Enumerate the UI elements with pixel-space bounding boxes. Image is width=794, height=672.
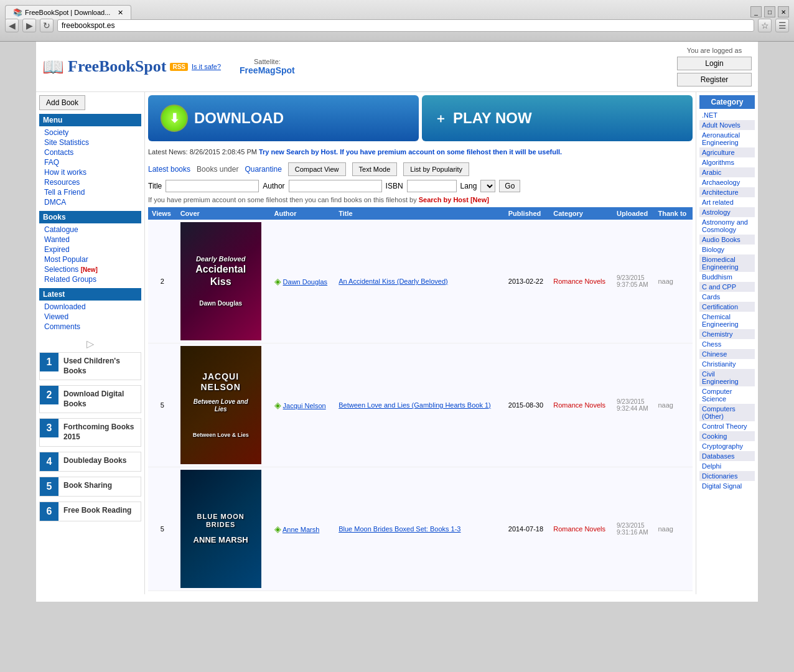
sidebar-item-selections[interactable]: Selections [New] [39,264,141,274]
satellite-link[interactable]: FreeMagSpot [240,65,295,75]
thank-to-link-1[interactable]: naag [658,278,673,285]
back-button[interactable]: ◀ [5,19,19,32]
cat-art-related[interactable]: Art related [699,197,755,207]
isbn-input[interactable] [407,180,457,192]
book-cover-2[interactable]: JACQUI NELSON Between Love and Lies Betw… [180,346,261,464]
forward-button[interactable]: ▶ [22,19,36,32]
register-button[interactable]: Register [677,73,752,86]
rss-badge[interactable]: RSS [170,63,188,71]
cat-computer-science[interactable]: Computer Science [699,386,755,404]
refresh-button[interactable]: ↻ [40,19,54,32]
text-mode-button[interactable]: Text Mode [352,162,398,176]
cat-agriculture[interactable]: Agriculture [699,147,755,157]
cat-algorithms[interactable]: Algorithms [699,157,755,167]
cat-computers-other[interactable]: Computers (Other) [699,404,755,421]
star-button[interactable]: ☆ [758,19,772,32]
author-link-1[interactable]: Dawn Douglas [283,278,328,286]
cat-christianity[interactable]: Christianity [699,359,755,369]
thank-to-link-3[interactable]: naag [658,525,673,533]
close-button[interactable]: ✕ [778,6,789,17]
menu-button[interactable]: ☰ [775,19,789,32]
title-input[interactable] [166,180,259,192]
category-link-1[interactable]: Romance Novels [553,278,605,285]
author-link-2[interactable]: Jacqui Nelson [283,402,326,409]
sidebar-item-society[interactable]: Society [39,128,141,138]
book-cover-1[interactable]: Dearly Beloved Accidental Kiss Dawn Doug… [180,222,261,340]
author-input[interactable] [289,180,382,192]
add-book-button[interactable]: Add Book [39,95,85,110]
sidebar-item-site-statistics[interactable]: Site Statistics [39,138,141,147]
minimize-button[interactable]: _ [750,6,762,17]
sidebar-item-faq[interactable]: FAQ [39,157,141,167]
ad-item-4[interactable]: 4 Doubleday Books [39,452,141,472]
cat-c-cpp[interactable]: C and CPP [699,282,755,292]
cat-biomedical-engineering[interactable]: Biomedical Engineering [699,254,755,272]
book-title-link-2[interactable]: Between Love and Lies (Gambling Hearts B… [339,401,491,409]
cat-chemistry[interactable]: Chemistry [699,329,755,339]
tab-close-icon[interactable]: ✕ [118,9,123,17]
cat-astrology[interactable]: Astrology [699,207,755,217]
sidebar-item-comments[interactable]: Comments [39,322,141,332]
sidebar-item-viewed[interactable]: Viewed [39,312,141,322]
book-title-link-1[interactable]: An Accidental Kiss (Dearly Beloved) [339,278,447,285]
go-button[interactable]: Go [499,180,520,192]
latest-books-tab[interactable]: Latest books [148,165,190,174]
compact-view-button[interactable]: Compact View [288,162,346,176]
sidebar-item-tell-a-friend[interactable]: Tell a Friend [39,187,141,197]
cat-digital-signal[interactable]: Digital Signal [699,481,755,491]
cat-chess[interactable]: Chess [699,339,755,349]
search-by-host-link[interactable]: Search by Host [419,196,469,203]
cat-cryptography[interactable]: Cryptography [699,441,755,451]
sidebar-item-contacts[interactable]: Contacts [39,147,141,157]
lang-select[interactable] [480,180,495,192]
sidebar-item-wanted[interactable]: Wanted [39,235,141,245]
cat-chinese[interactable]: Chinese [699,349,755,359]
cat-archaeology[interactable]: Archaeology [699,177,755,187]
cat-delphi[interactable]: Delphi [699,461,755,471]
book-cover-3[interactable]: BLUE MOON BRIDES ANNE MARSH [180,470,261,588]
cat-arabic[interactable]: Arabic [699,167,755,177]
quarantine-link[interactable]: Quarantine [245,165,281,174]
cat-cooking[interactable]: Cooking [699,431,755,441]
sidebar-item-catalogue[interactable]: Catalogue [39,225,141,235]
cat-certification[interactable]: Certification [699,302,755,312]
cat-databases[interactable]: Databases [699,451,755,461]
category-link-2[interactable]: Romance Novels [553,401,605,409]
cat-astronomy[interactable]: Astronomy and Cosmology [699,217,755,235]
browser-tab[interactable]: 📚 FreeBookSpot | Download... ✕ [5,5,131,19]
address-bar[interactable]: freebookspot.es [57,19,754,32]
sidebar-item-dmca[interactable]: DMCA [39,197,141,207]
ad-item-1[interactable]: 1 Used Children's Books [39,352,141,380]
sidebar-item-expired[interactable]: Expired [39,245,141,254]
cat-control-theory[interactable]: Control Theory [699,421,755,431]
ad-item-6[interactable]: 6 Free Book Reading [39,502,141,521]
ad-item-2[interactable]: 2 Download Digital Books [39,385,141,413]
ad-item-5[interactable]: 5 Book Sharing [39,477,141,497]
sidebar-item-most-popular[interactable]: Most Popular [39,254,141,264]
play-banner[interactable]: ＋ PLAY NOW [422,95,693,141]
cat-chemical-engineering[interactable]: Chemical Engineering [699,312,755,329]
cat-dictionaries[interactable]: Dictionaries [699,471,755,481]
sidebar-item-resources[interactable]: Resources [39,177,141,187]
cat-cards[interactable]: Cards [699,292,755,302]
cat-civil-engineering[interactable]: Civil Engineering [699,369,755,386]
sidebar-item-how-it-works[interactable]: How it works [39,167,141,177]
list-by-popularity-button[interactable]: List by Popularity [403,162,469,176]
author-link-3[interactable]: Anne Marsh [283,526,319,533]
login-button[interactable]: Login [677,57,752,70]
cat-net[interactable]: .NET [699,110,755,120]
cat-biology[interactable]: Biology [699,245,755,254]
category-link-3[interactable]: Romance Novels [553,525,605,533]
maximize-button[interactable]: □ [764,6,775,17]
cat-buddhism[interactable]: Buddhism [699,272,755,282]
cat-aeronautical-engineering[interactable]: Aeronautical Engineering [699,130,755,147]
cat-audio-books[interactable]: Audio Books [699,235,755,245]
book-title-link-3[interactable]: Blue Moon Brides Boxed Set: Books 1-3 [339,525,460,533]
safe-link[interactable]: Is it safe? [192,63,221,70]
download-banner[interactable]: ⬇ DOWNLOAD [148,95,419,141]
sidebar-item-related-groups[interactable]: Related Groups [39,274,141,284]
ad-item-3[interactable]: 3 Forthcoming Books 2015 [39,418,141,446]
cat-adult-novels[interactable]: Adult Novels [699,120,755,130]
sidebar-item-downloaded[interactable]: Downloaded [39,302,141,312]
thank-to-link-2[interactable]: naag [658,401,673,409]
